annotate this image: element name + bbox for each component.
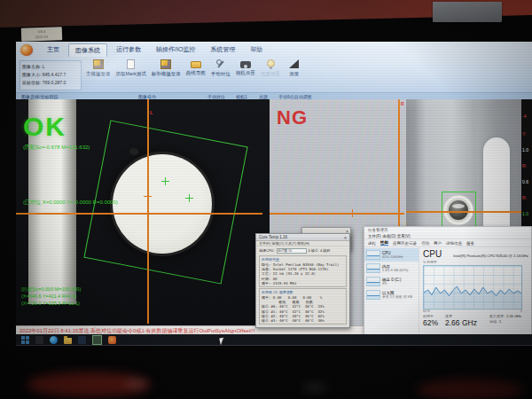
processor-info-title: 处理器信息 [262,257,344,262]
crosshair-horizontal-line [406,211,521,213]
edge-readout: R: [522,163,527,168]
task-manager-window[interactable]: 任务管理器 文件(F) 选项(O) 查看(V) 进程 性能 应用历史记录 启动 … [364,226,532,335]
menu-tabs: 主页 图像系统 运行参数 轴操作/IO监控 系统管理 帮助 [41,43,269,57]
vision-app-icon[interactable] [92,335,102,345]
cpu-graph-line [424,266,521,309]
slot-shape [483,137,510,226]
tm-tab-details[interactable]: 详细信息 [446,241,462,246]
core-temp-title: Core Temp 1.16 [259,235,287,239]
align-result-text: (已对位 X=0.0000 Y=-0.0000 R=0.0000) [23,199,118,207]
match-score-text: (匹配Sc=-0.678 M=131.632) [23,144,90,152]
wrench-icon [215,59,226,69]
orange-cross-marker [348,209,356,217]
tm-tab-users[interactable]: 用户 [434,241,442,246]
photo-of-monitor: VX.4 2021-01 主页 图像系统 运行参数 轴操作/IO监控 系统管理 … [0,0,532,399]
crosshair-horizontal-line [270,213,404,215]
speed-stat: 速度 2.66 GHz [445,314,477,327]
edge-readout: Y: [522,131,526,137]
performance-sidebar: CPU 62% 2.66GHz 内存 1.4/1.9 GB (62%) 磁盘 0… [364,247,419,335]
core-temp-window[interactable]: Core Temp 1.16 × 文件(F) 选项(O) 工具(T) 帮助(H)… [255,233,350,328]
select-cpu-label: 选择CPU: [259,248,275,253]
template-cube-icon [160,59,171,69]
tab-help[interactable]: 帮助 [244,43,269,57]
result-ng-text: NG [277,106,308,129]
sidebar-item-memory[interactable]: 内存 1.4/1.9 GB (62%) [364,262,419,275]
axis-label-right: R [401,101,404,106]
manual-align-button[interactable]: 手动对位 [209,59,232,78]
sidebar-item-ethernet[interactable]: 以太网 发送 2.5 接收 32 KB [364,288,419,301]
tab-axis-io[interactable]: 轴操作/IO监控 [150,43,201,57]
temperature-table: 频率: 0.00 0.00 0.00 % 最低 最高 负载 核心 #0: 46°… [262,295,344,323]
edge-browser-icon[interactable] [50,336,58,344]
close-icon[interactable]: × [344,235,347,240]
task-manager-title: 任务管理器 [364,227,531,233]
tm-tab-startup[interactable]: 启动 [421,241,429,246]
utilization-stat: 利用率 62% [423,314,438,327]
app-icon-dark[interactable] [78,336,86,344]
template-cube-icon [93,59,104,69]
ribbon-buttons: 主模版登录 抓取Mark测试 标补模版登录 曲线导图 手动对位 [84,59,305,78]
mouse-coord-row: 鼠标坐标: 769.0,287.0 [22,79,81,87]
light-settings-button[interactable]: 光源设置 [259,59,282,78]
edge-readout: 1.0 [522,211,528,216]
green-cross-marker [161,177,169,185]
crosshair-vertical-line [398,99,400,238]
search-icon[interactable] [35,336,43,344]
orange-cross-marker [144,192,152,200]
processor-info-lines: 型号: Intel Pentium N3540 (Bay Trail) 插座: … [262,262,344,286]
sidebar-item-disk[interactable]: 磁盘 0 (C:) 3% [364,275,419,288]
main-template-login-button[interactable]: 主模版登录 [84,59,113,78]
task-manager-tabs: 进程 性能 应用历史记录 启动 用户 详细信息 服务 [364,239,531,247]
task-manager-menubar[interactable]: 文件(F) 选项(O) 查看(V) [364,233,531,239]
wall-fixture [433,2,502,22]
edge-readout: R: [522,195,527,200]
ng-camera-view[interactable]: NG R [270,99,404,238]
image-size-row: 图像大小: 645.4,417.7 [22,71,81,79]
cpu-sparkline-icon [366,250,380,260]
curve-export-button[interactable]: 曲线导图 [184,59,207,77]
crosshair-vertical-line [147,99,149,324]
start-icon[interactable] [21,336,29,344]
grab-mark-test-button[interactable]: 抓取Mark测试 [114,59,148,78]
bulb-icon [265,59,276,69]
tab-home[interactable]: 主页 [41,43,66,57]
tm-tab-services[interactable]: 服务 [466,241,474,246]
app-logo-icon[interactable] [20,44,33,56]
bezel-reflection [301,385,328,390]
core-count: 4 核心 [309,248,318,253]
coordinate-readouts: (匹配Sc=0.000 M=100.000) (X=546.6 Y=411.4 … [21,286,81,307]
ruler-triangle-icon [289,59,299,68]
green-cross-marker [185,194,193,202]
tab-run-params[interactable]: 运行参数 [110,43,147,57]
calib-template-login-button[interactable]: 标补模版登录 [150,59,183,78]
tab-system-admin[interactable]: 系统管理 [204,43,241,57]
left-camera-view[interactable]: L OK (匹配Sc=-0.678 M=131.632) (已对位 X=0.00… [16,99,262,324]
cpu-model-subtitle: Intel(R) Pentium(R) CPU N3540 @ 2.16GHz [453,254,528,258]
cpu-utilization-graph [423,265,522,309]
tab-image-system[interactable]: 图像系统 [68,43,107,57]
tm-tab-performance[interactable]: 性能 [380,240,388,246]
tm-tab-app-history[interactable]: 应用历史记录 [393,241,417,246]
tm-tab-processes[interactable]: 进程 [368,241,376,246]
folder-icon [191,61,201,68]
edge-readout: 0.6 [522,179,528,184]
edge-readout: -4 [522,113,526,119]
cpu-select-dropdown[interactable]: 处理器 #0 [277,248,307,254]
axis-label-left: L [150,110,153,115]
file-explorer-icon[interactable] [64,338,72,344]
measure-button[interactable]: 测量 [284,59,305,78]
app-icon-orange[interactable] [108,336,116,344]
page-icon [127,59,135,69]
right-camera-view[interactable] [406,99,521,226]
camera-settings-button[interactable]: 相机设置 [234,59,257,77]
edge-readout: 1.0 [522,147,528,153]
graph-label: % 利用率 [423,260,528,264]
cpu-static-stats: 最大速度:2.16 GHz 插槽:1 [489,314,521,327]
result-ok-text: OK [23,112,66,142]
bezel-reflection [124,381,147,387]
sidebar-item-cpu[interactable]: CPU 62% 2.66GHz [364,248,419,262]
ethernet-sparkline-icon [366,290,380,300]
disk-sparkline-icon [366,277,380,286]
crosshair-horizontal-line [16,213,262,215]
ribbon: 主页 图像系统 运行参数 轴操作/IO监控 系统管理 帮助 图像名称: L 图像… [16,42,532,99]
